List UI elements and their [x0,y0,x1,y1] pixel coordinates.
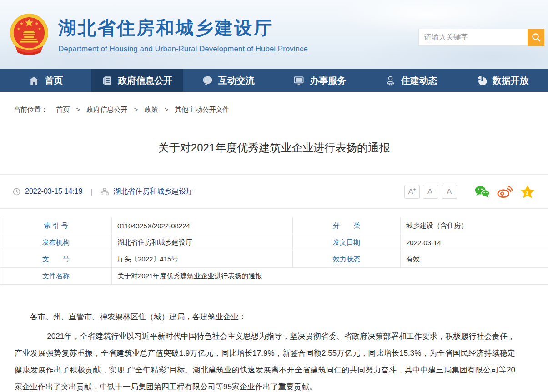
breadcrumb-label: 当前位置： [14,106,48,113]
table-row: 索 引 号 01104325X/2022-08224 分 类 城乡建设（含住房） [0,217,548,234]
breadcrumb-link-home[interactable]: 首页 [56,106,70,113]
category-value: 城乡建设（含住房） [401,217,548,234]
nav-label: 政府信息公开 [118,75,172,87]
publisher-value: 湖北省住房和城乡建设厅 [112,234,293,251]
sitemap-icon [101,188,109,196]
weibo-icon [497,185,513,198]
page-title: 关于对2021年度优秀建筑业企业进行表扬的通报 [0,141,548,155]
breadcrumb-separator: > [134,106,138,113]
nav-label: 互动交流 [218,75,255,87]
doc-number-value: 厅头〔2022〕415号 [112,251,293,268]
publish-date-value: 2022-03-14 [401,234,548,251]
font-size-increase-button[interactable]: A+ [404,185,420,199]
svg-text:★: ★ [20,21,23,26]
nav-item-home[interactable]: 首页 [0,69,91,92]
site-search [418,29,544,46]
nav-label: 首页 [45,75,63,87]
wechat-icon [474,185,490,198]
meta-separator: | [90,188,92,196]
share-qzone-button[interactable]: z [520,184,535,199]
font-size-reset-button[interactable]: A [442,185,457,199]
body-paragraph: 2021年，全省建筑行业以习近平新时代中国特色社会主义思想为指导，坚决贯彻省委、… [15,328,515,392]
site-title: 湖北省住房和城乡建设厅 [58,15,308,40]
site-header: ★ ★ ★ ★ 湖北省住房和城乡建设厅 Department of Housin… [0,0,548,69]
table-row: 发布机构 湖北省住房和城乡建设厅 发文日期 2022-03-14 [0,234,548,251]
breadcrumb-link-gov-info[interactable]: 政府信息公开 [86,106,127,113]
breadcrumb-link-policy[interactable]: 政策 [144,106,158,113]
font-size-decrease-button[interactable]: A- [423,185,438,199]
share-weibo-button[interactable] [497,184,513,199]
doc-number-label: 文 号 [0,251,112,268]
nav-item-gov-info[interactable]: 政府信息公开 [91,69,183,92]
site-subtitle: Department of Housing and Urban-Rural De… [58,45,308,54]
national-emblem-logo: ★ ★ ★ ★ [9,12,49,59]
search-button[interactable] [528,29,544,46]
search-icon [531,32,541,42]
nav-label: 住建动态 [401,75,437,87]
nav-label: 办事服务 [310,75,346,87]
main-nav: 首页 政府信息公开 互动交流 办事服务 [0,69,548,92]
validity-value: 有效 [401,251,548,268]
table-row: 文 号 厅头〔2022〕415号 效力状态 有效 [0,251,548,268]
breadcrumb-separator: > [165,106,169,113]
table-row: 文件名称 关于对2021年度优秀建筑业企业进行表扬的通报 [0,268,548,285]
salutation: 各市、州、直管市、神农架林区住（城）建局，各建筑业企业： [15,308,515,325]
publisher-label: 发布机构 [0,234,112,251]
source-name: 湖北省住房和城乡建设厅 [113,187,193,196]
publish-date-label: 发文日期 [293,234,401,251]
svg-text:★: ★ [38,27,41,31]
pie-chart-icon [476,75,488,86]
index-number-value: 01104325X/2022-08224 [112,217,293,234]
document-info-table: 索 引 号 01104325X/2022-08224 分 类 城乡建设（含住房）… [0,217,548,285]
document-icon [101,75,113,86]
badge-icon [385,75,396,86]
svg-text:★: ★ [17,27,20,31]
article-meta-bar: 2022-03-15 14:19 | 湖北省住房和城乡建设厅 A+ A- A [0,174,548,209]
svg-text:★: ★ [35,21,39,26]
clock-icon [13,188,20,196]
file-name-value: 关于对2021年度优秀建筑业企业进行表扬的通报 [112,268,548,285]
nav-item-open-data[interactable]: 数据开放 [457,69,548,92]
document-body: 各市、州、直管市、神农架林区住（城）建局，各建筑业企业： 2021年，全省建筑行… [0,285,548,392]
breadcrumb-separator: > [76,106,80,113]
svg-text:z: z [526,190,528,196]
validity-label: 效力状态 [293,251,401,268]
nav-item-interaction[interactable]: 互动交流 [183,69,274,92]
share-wechat-button[interactable] [474,184,490,199]
home-icon [28,75,40,86]
breadcrumb-link-other-docs[interactable]: 其他主动公开文件 [175,106,230,113]
nav-label: 数据开放 [493,75,529,87]
nav-item-services[interactable]: 办事服务 [274,69,365,92]
monitor-icon [293,75,305,86]
file-name-label: 文件名称 [0,268,112,285]
publish-time: 2022-03-15 14:19 [25,187,82,196]
nav-item-news[interactable]: 住建动态 [365,69,457,92]
chat-icon [202,75,213,86]
breadcrumb: 当前位置： 首页 > 政府信息公开 > 政策 > 其他主动公开文件 [0,92,548,114]
qzone-star-icon: z [520,185,535,198]
index-number-label: 索 引 号 [0,217,112,234]
category-label: 分 类 [293,217,401,234]
search-input[interactable] [418,29,528,46]
